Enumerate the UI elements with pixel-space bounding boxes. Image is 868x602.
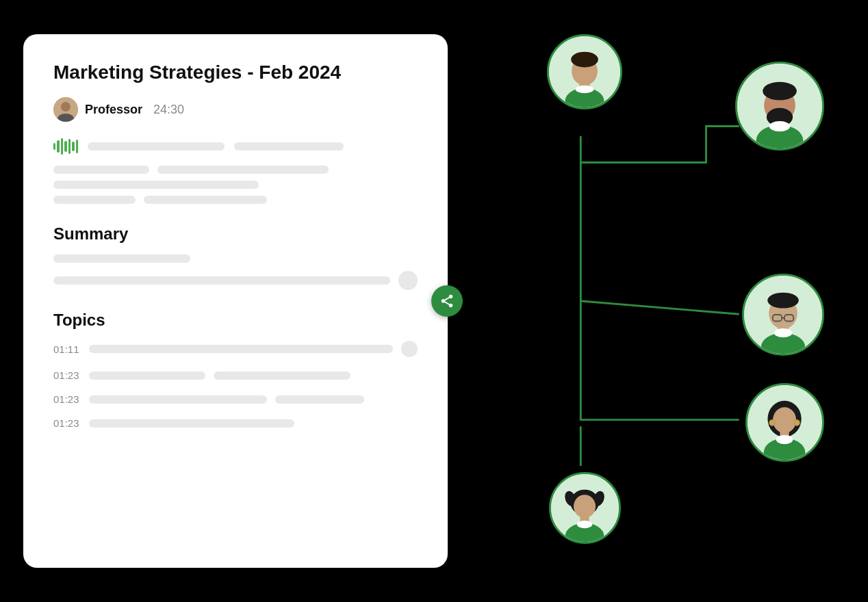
svg-line-7 <box>445 298 449 300</box>
svg-point-39 <box>794 420 800 426</box>
topic-line <box>89 371 205 380</box>
svg-point-48 <box>577 521 593 528</box>
summary-row <box>53 271 418 290</box>
main-container: Marketing Strategies - Feb 2024 Professo… <box>23 21 845 581</box>
topic-line <box>214 371 350 380</box>
topic-dot <box>401 341 418 357</box>
svg-point-32 <box>774 328 793 337</box>
card-title: Marketing Strategies - Feb 2024 <box>53 62 418 83</box>
avatar <box>53 97 78 122</box>
svg-point-38 <box>769 420 775 426</box>
svg-point-4 <box>442 299 446 303</box>
svg-line-9 <box>580 301 739 314</box>
topic-row: 01:23 <box>53 393 418 405</box>
content-line <box>157 166 329 174</box>
svg-point-3 <box>449 295 453 299</box>
topic-line <box>89 419 294 428</box>
summary-content-line <box>53 276 390 285</box>
network-avatar-1 <box>547 34 622 109</box>
waveform-row <box>53 137 418 156</box>
content-card: Marketing Strategies - Feb 2024 Professo… <box>23 34 448 568</box>
share-button[interactable] <box>431 285 463 317</box>
content-line <box>144 196 267 204</box>
topic-line <box>89 345 393 353</box>
network-avatar-3 <box>742 274 824 356</box>
author-name: Professor <box>85 103 142 117</box>
content-line <box>53 196 136 204</box>
topic-time: 01:11 <box>53 343 79 355</box>
svg-point-21 <box>763 82 797 101</box>
network-avatar-2 <box>735 62 824 150</box>
summary-line <box>53 254 190 263</box>
line-row <box>53 196 418 204</box>
content-line <box>88 142 225 150</box>
topic-time: 01:23 <box>53 417 79 429</box>
topic-row: 01:23 <box>53 369 418 381</box>
network-avatar-4 <box>745 383 824 462</box>
topic-line <box>89 395 267 404</box>
content-line <box>53 181 259 189</box>
topic-time: 01:23 <box>53 369 79 381</box>
svg-line-6 <box>445 302 449 304</box>
topic-content <box>89 371 418 380</box>
author-row: Professor 24:30 <box>53 97 418 122</box>
svg-point-15 <box>571 52 598 68</box>
content-line <box>234 142 344 150</box>
svg-point-37 <box>773 407 796 433</box>
topic-content <box>89 419 418 428</box>
content-lines-block <box>53 166 418 204</box>
svg-point-28 <box>767 293 799 309</box>
waveform-icon <box>53 137 78 156</box>
expand-button[interactable] <box>398 271 418 290</box>
summary-heading: Summary <box>53 224 418 244</box>
topic-row: 01:23 <box>53 417 418 429</box>
author-time: 24:30 <box>153 103 184 117</box>
content-line <box>53 166 149 174</box>
topic-line <box>275 395 364 404</box>
line-row <box>53 166 418 174</box>
topics-heading: Topics <box>53 311 418 330</box>
svg-point-5 <box>449 304 453 308</box>
svg-point-23 <box>769 121 791 131</box>
svg-point-40 <box>776 435 793 444</box>
network-avatar-5 <box>549 472 621 544</box>
topic-time: 01:23 <box>53 393 79 405</box>
topic-content <box>89 395 418 404</box>
svg-point-1 <box>61 102 71 112</box>
svg-point-46 <box>574 495 596 518</box>
topic-row: 01:11 <box>53 341 418 357</box>
line-row <box>53 181 418 189</box>
svg-point-16 <box>576 86 593 93</box>
network-diagram <box>475 21 845 581</box>
topic-content <box>89 341 418 357</box>
